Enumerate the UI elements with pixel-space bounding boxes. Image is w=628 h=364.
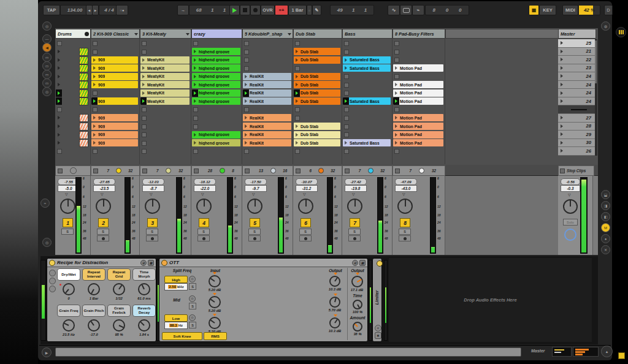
clip-play-button[interactable] [56, 139, 62, 146]
stop-all-clips-button[interactable] [560, 169, 565, 173]
clip[interactable]: RealKit [243, 114, 291, 121]
track-activator-icon[interactable]: ▽ [352, 192, 355, 196]
clip-stop-button[interactable] [244, 58, 249, 63]
track-number-button[interactable]: 4 [199, 218, 209, 227]
group-clip-slot[interactable] [56, 131, 89, 138]
show-sends-icon[interactable]: ◨ [601, 201, 610, 210]
clip-play-button[interactable] [140, 89, 147, 97]
scene-row[interactable]: 24 [558, 81, 595, 89]
macro-label[interactable]: Dry/Wet [57, 268, 80, 281]
track-header[interactable]: Drums [55, 29, 91, 39]
clip-play-button[interactable] [91, 131, 98, 138]
track-number-button[interactable]: 2 [98, 218, 109, 227]
drop-audio-effects-zone[interactable]: Drop Audio Effects Here [389, 258, 592, 342]
scene-row[interactable]: 23 [558, 64, 595, 73]
pan-knob[interactable] [145, 199, 160, 214]
tempo-field[interactable]: 134.00 [60, 5, 90, 15]
clip-play-button[interactable] [393, 139, 399, 146]
punch-out-button[interactable]: ⌁ [412, 5, 424, 15]
clip-play-button[interactable] [393, 114, 399, 121]
clip[interactable]: highend groove [192, 97, 240, 105]
clip-play-button[interactable] [393, 81, 399, 88]
volume-field[interactable]: -43.0 [395, 185, 417, 192]
macro-knob[interactable] [63, 283, 75, 295]
clip-stop-button[interactable] [344, 107, 349, 112]
macro-knob[interactable] [88, 283, 100, 295]
clip-stop-button[interactable] [193, 41, 198, 46]
clip[interactable]: 909 [91, 139, 138, 146]
scene-row[interactable]: 24 [558, 72, 595, 81]
clip[interactable]: Dub Stab [294, 56, 340, 64]
clip-play-button[interactable] [91, 123, 98, 130]
clip-stop-button[interactable] [93, 107, 98, 112]
rms-button[interactable]: RMS [204, 332, 227, 340]
clip[interactable]: Saturated Bass [343, 97, 391, 105]
clip-play-button[interactable] [294, 123, 300, 130]
volume-field[interactable]: -9.7 [245, 185, 267, 192]
clip-play-button[interactable] [192, 97, 198, 105]
show-devices-icon[interactable] [49, 286, 56, 292]
clip[interactable]: MeatyKit [140, 89, 190, 97]
left-rail-bottom-icon[interactable]: ◎ [42, 238, 52, 247]
track-activator-icon[interactable]: ▽ [101, 192, 104, 196]
group-clip-slot[interactable] [56, 114, 89, 121]
clip-stop-button[interactable] [295, 149, 300, 154]
input-gain-knob-mid[interactable] [209, 296, 221, 308]
master-volume-field[interactable]: -0.3 [561, 185, 580, 192]
clip-play-button[interactable] [192, 139, 198, 146]
arm-button[interactable] [197, 235, 210, 241]
clip-play-button[interactable] [243, 89, 249, 97]
clip[interactable]: highend groove [192, 131, 240, 138]
clip-play-button[interactable] [192, 131, 198, 138]
clip-stop-button[interactable] [344, 74, 349, 79]
group-clip-slot[interactable] [56, 48, 89, 55]
clip[interactable]: MeatyKit [140, 56, 190, 64]
input-gain-knob-high[interactable] [209, 275, 221, 287]
peak-level-display[interactable]: -12.03 [142, 178, 164, 185]
clip[interactable]: Dub Stab [294, 97, 340, 105]
macro-label[interactable]: Time Morph [132, 268, 156, 281]
clip[interactable]: 909 [91, 56, 138, 64]
clip-stop-button[interactable] [57, 107, 62, 112]
quantization-dot[interactable]: ○ [307, 5, 312, 15]
device-on-button[interactable] [161, 260, 167, 266]
low-freq-field[interactable]: 88.3 Hz [164, 322, 188, 329]
scene-row[interactable]: 26 [558, 147, 595, 156]
pan-knob[interactable] [298, 199, 313, 214]
hot-swap-icon[interactable]: ⊘ [140, 260, 147, 266]
peak-level-display[interactable]: -17.50 [245, 178, 267, 185]
hot-swap-icon[interactable]: ⊘ [375, 325, 381, 332]
macro-knob[interactable] [113, 319, 125, 332]
left-rail-mixer-icon[interactable]: ▭ [42, 78, 52, 88]
clip-stop-button[interactable] [344, 41, 349, 46]
bottom-play-icon[interactable]: ▶ [42, 347, 52, 357]
clip-play-button[interactable] [294, 97, 300, 105]
dropdown-icon[interactable] [134, 33, 138, 37]
clip[interactable]: RealKit [243, 123, 291, 130]
clip-play-button[interactable] [192, 73, 198, 80]
clip-play-button[interactable] [243, 81, 249, 88]
scene-row[interactable]: 24 [558, 89, 595, 97]
clip-play-button[interactable] [91, 139, 98, 146]
clip-stop-button[interactable] [142, 149, 147, 154]
clip-play-button[interactable] [192, 48, 198, 55]
track-header[interactable]: 5 KdoubleP_shap [242, 29, 294, 39]
amount-knob[interactable] [353, 322, 362, 332]
clip-stop-button[interactable] [93, 50, 98, 55]
clip[interactable]: Motion Pad [393, 123, 443, 130]
clip[interactable]: Dub Stab [294, 131, 340, 138]
quantization-menu[interactable]: 1 Bar [288, 5, 307, 15]
arm-button[interactable] [299, 235, 312, 241]
clip[interactable]: RealKit [243, 131, 291, 138]
solo-button[interactable]: S [399, 229, 411, 235]
group-clip-slot[interactable] [56, 97, 89, 105]
clip-play-button[interactable] [294, 81, 300, 88]
clip[interactable]: 909 [91, 97, 138, 105]
clip[interactable]: MeatyKit [140, 64, 190, 72]
clip-play-button[interactable] [56, 131, 62, 138]
clip[interactable]: Motion Pad [393, 64, 443, 72]
clip-play-button[interactable] [393, 97, 399, 105]
track-number-button[interactable]: 8 [400, 218, 410, 227]
pan-knob[interactable] [247, 199, 262, 214]
clip-stop-button[interactable] [244, 149, 249, 154]
